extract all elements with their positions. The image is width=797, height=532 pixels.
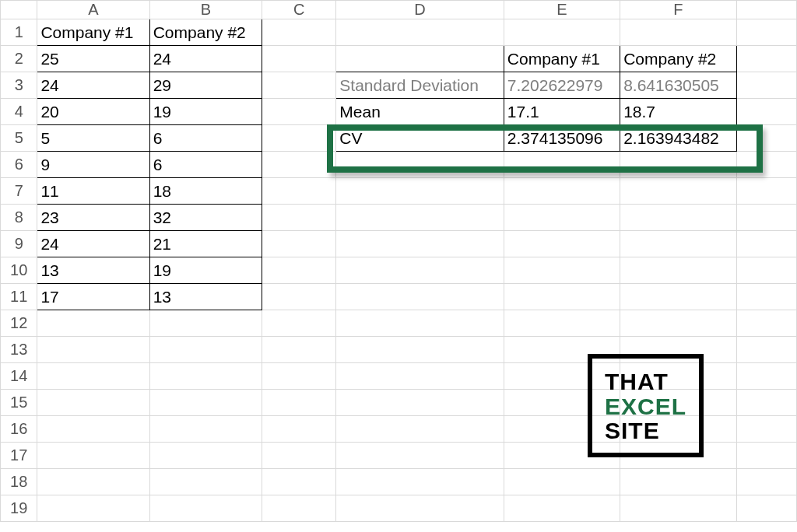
cell-B12[interactable] [149,310,262,337]
cell-C10[interactable] [262,257,335,284]
cell-F9[interactable] [620,231,736,257]
cell-D19[interactable] [336,495,504,522]
cell-B4[interactable]: 19 [149,99,262,125]
cell-G14[interactable] [736,363,797,390]
cell-D6[interactable] [336,152,504,178]
cell-D17[interactable] [336,443,504,469]
cell-A19[interactable] [37,495,149,522]
row-header-13[interactable]: 13 [1,337,37,363]
col-header-C[interactable]: C [262,1,335,19]
row-header-11[interactable]: 11 [1,284,37,310]
cell-G11[interactable] [736,284,797,310]
cell-G8[interactable] [736,205,797,231]
cell-F19[interactable] [620,495,736,522]
cell-C8[interactable] [262,205,335,231]
cell-F10[interactable] [620,257,736,284]
cell-A6[interactable]: 9 [37,152,149,178]
col-header-E[interactable]: E [504,1,620,19]
cell-B14[interactable] [149,363,262,390]
cell-B17[interactable] [149,443,262,469]
cell-A18[interactable] [37,469,149,495]
cell-E5[interactable]: 2.374135096 [504,125,620,152]
row-header-14[interactable]: 14 [1,363,37,390]
row-header-10[interactable]: 10 [1,257,37,284]
cell-B7[interactable]: 18 [149,178,262,205]
cell-E19[interactable] [504,495,620,522]
cell-C17[interactable] [262,443,335,469]
cell-D5[interactable]: CV [336,125,504,152]
cell-B3[interactable]: 29 [149,72,262,99]
cell-C19[interactable] [262,495,335,522]
cell-C1[interactable] [262,19,335,46]
cell-B5[interactable]: 6 [149,125,262,152]
col-header-B[interactable]: B [149,1,262,19]
cell-C3[interactable] [262,72,335,99]
cell-F6[interactable] [620,152,736,178]
cell-C18[interactable] [262,469,335,495]
row-header-12[interactable]: 12 [1,310,37,337]
cell-C14[interactable] [262,363,335,390]
cell-B11[interactable]: 13 [149,284,262,310]
cell-A16[interactable] [37,416,149,443]
row-header-15[interactable]: 15 [1,390,37,416]
cell-C13[interactable] [262,337,335,363]
cell-A17[interactable] [37,443,149,469]
cell-F12[interactable] [620,310,736,337]
cell-G13[interactable] [736,337,797,363]
cell-A8[interactable]: 23 [37,205,149,231]
cell-E3[interactable]: 7.202622979 [504,72,620,99]
cell-G4[interactable] [736,99,797,125]
cell-C5[interactable] [262,125,335,152]
cell-E1[interactable] [504,19,620,46]
cell-C7[interactable] [262,178,335,205]
cell-D15[interactable] [336,390,504,416]
row-header-2[interactable]: 2 [1,46,37,72]
cell-A7[interactable]: 11 [37,178,149,205]
cell-G17[interactable] [736,443,797,469]
cell-D12[interactable] [336,310,504,337]
cell-B18[interactable] [149,469,262,495]
row-header-6[interactable]: 6 [1,152,37,178]
cell-C15[interactable] [262,390,335,416]
cell-A12[interactable] [37,310,149,337]
cell-G7[interactable] [736,178,797,205]
cell-A14[interactable] [37,363,149,390]
cell-G6[interactable] [736,152,797,178]
cell-E11[interactable] [504,284,620,310]
row-header-16[interactable]: 16 [1,416,37,443]
cell-A4[interactable]: 20 [37,99,149,125]
cell-G1[interactable] [736,19,797,46]
cell-F1[interactable] [620,19,736,46]
cell-E18[interactable] [504,469,620,495]
cell-A9[interactable]: 24 [37,231,149,257]
cell-B19[interactable] [149,495,262,522]
cell-C2[interactable] [262,46,335,72]
cell-D9[interactable] [336,231,504,257]
row-header-1[interactable]: 1 [1,19,37,46]
row-header-8[interactable]: 8 [1,205,37,231]
cell-F3[interactable]: 8.641630505 [620,72,736,99]
row-header-9[interactable]: 9 [1,231,37,257]
cell-B16[interactable] [149,416,262,443]
cell-B2[interactable]: 24 [149,46,262,72]
cell-D11[interactable] [336,284,504,310]
cell-D10[interactable] [336,257,504,284]
cell-E9[interactable] [504,231,620,257]
cell-D8[interactable] [336,205,504,231]
cell-D3[interactable]: Standard Deviation [336,72,504,99]
cell-D16[interactable] [336,416,504,443]
cell-B6[interactable]: 6 [149,152,262,178]
cell-G2[interactable] [736,46,797,72]
cell-E8[interactable] [504,205,620,231]
cell-G10[interactable] [736,257,797,284]
cell-E6[interactable] [504,152,620,178]
select-all-corner[interactable] [1,1,37,19]
row-header-7[interactable]: 7 [1,178,37,205]
cell-A2[interactable]: 25 [37,46,149,72]
cell-F11[interactable] [620,284,736,310]
cell-F18[interactable] [620,469,736,495]
cell-D7[interactable] [336,178,504,205]
cell-C9[interactable] [262,231,335,257]
cell-G15[interactable] [736,390,797,416]
cell-C16[interactable] [262,416,335,443]
